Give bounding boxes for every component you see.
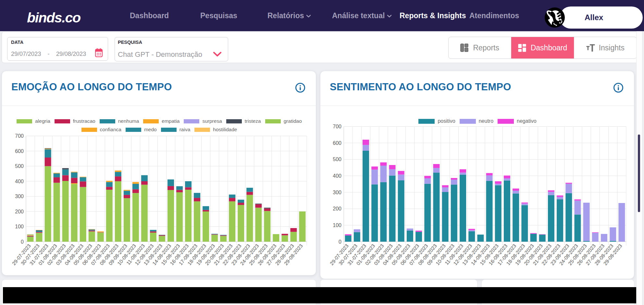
svg-text:100: 100 [15, 224, 24, 229]
svg-text:0: 0 [339, 239, 341, 245]
svg-text:300: 300 [333, 190, 341, 195]
svg-text:600: 600 [15, 148, 24, 154]
svg-text:400: 400 [333, 173, 341, 179]
svg-text:400: 400 [15, 179, 24, 184]
svg-text:500: 500 [333, 157, 341, 162]
svg-text:100: 100 [333, 222, 341, 228]
svg-text:600: 600 [333, 140, 341, 146]
svg-text:700: 700 [15, 133, 24, 139]
svg-text:200: 200 [333, 206, 341, 211]
svg-text:0: 0 [21, 239, 24, 245]
svg-text:200: 200 [15, 209, 24, 214]
svg-text:300: 300 [15, 194, 24, 199]
svg-text:500: 500 [15, 163, 24, 169]
svg-text:700: 700 [333, 124, 341, 129]
